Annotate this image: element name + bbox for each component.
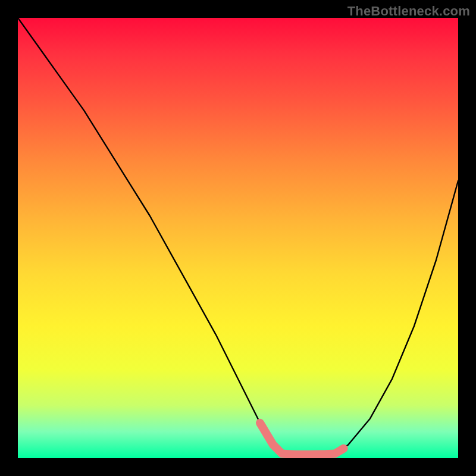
curve-line bbox=[18, 18, 458, 456]
chart-svg bbox=[18, 18, 458, 458]
watermark-label: TheBottleneck.com bbox=[347, 4, 470, 19]
plot-area bbox=[18, 18, 458, 458]
chart-container: TheBottleneck.com bbox=[0, 0, 476, 476]
highlight-line bbox=[260, 423, 344, 455]
